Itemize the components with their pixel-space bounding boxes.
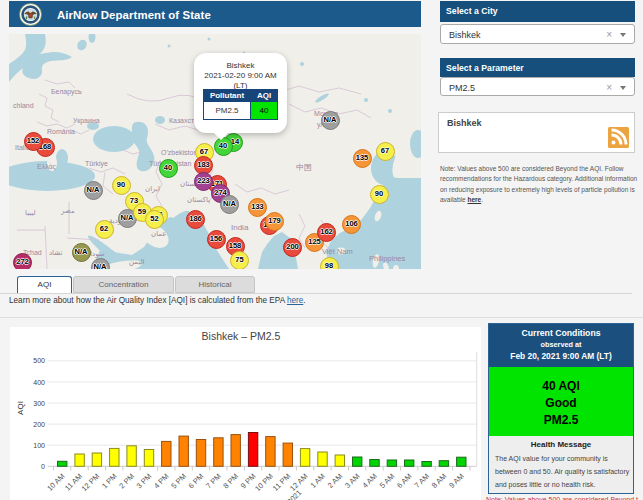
svg-text:Ελλάς: Ελλάς xyxy=(37,163,57,171)
svg-text:7 PM: 7 PM xyxy=(204,472,223,491)
svg-text:200: 200 xyxy=(33,421,45,428)
svg-text:AQI: AQI xyxy=(16,401,25,415)
svg-text:India: India xyxy=(231,223,249,232)
svg-text:1 AM: 1 AM xyxy=(308,472,326,490)
svg-text:400: 400 xyxy=(33,379,45,386)
svg-text:12 AM: 12 AM xyxy=(288,472,309,493)
svg-text:Philippines: Philippines xyxy=(369,254,406,263)
svg-text:عمان: عمان xyxy=(151,230,167,237)
svg-text:3 PM: 3 PM xyxy=(135,472,154,491)
svg-text:10 AM: 10 AM xyxy=(45,472,66,493)
svg-text:chland: chland xyxy=(13,102,34,109)
svg-text:Türkiye: Türkiye xyxy=(85,160,108,168)
svg-text:اليمن: اليمن xyxy=(129,258,145,266)
svg-text:Việt Nam: Việt Nam xyxy=(322,247,353,256)
svg-text:300: 300 xyxy=(33,400,45,407)
svg-text:6 PM: 6 PM xyxy=(187,472,206,491)
svg-text:3 AM: 3 AM xyxy=(343,472,361,490)
svg-text:پاکستان: پاکستان xyxy=(187,196,210,204)
svg-text:500: 500 xyxy=(33,357,45,364)
svg-text:5 PM: 5 PM xyxy=(169,472,188,491)
svg-text:6 AM: 6 AM xyxy=(395,472,413,490)
svg-text:تشاد: تشاد xyxy=(49,249,62,256)
svg-text:4 PM: 4 PM xyxy=(152,472,171,491)
svg-text:9 AM: 9 AM xyxy=(447,472,465,490)
svg-text:10 PM: 10 PM xyxy=(253,472,275,494)
svg-text:2 AM: 2 AM xyxy=(326,472,344,490)
svg-text:4 AM: 4 AM xyxy=(360,472,378,490)
svg-text:ایران: ایران xyxy=(145,185,160,193)
svg-text:11 PM: 11 PM xyxy=(271,472,292,493)
svg-text:Украина: Украина xyxy=(73,117,100,125)
svg-text:中国: 中国 xyxy=(296,163,312,172)
svg-text:România: România xyxy=(47,128,75,135)
svg-text:5 AM: 5 AM xyxy=(378,472,396,490)
svg-text:0: 0 xyxy=(41,463,45,470)
svg-text:8 AM: 8 AM xyxy=(430,472,448,490)
svg-text:1 PM: 1 PM xyxy=(100,472,119,491)
svg-text:100: 100 xyxy=(33,442,45,449)
svg-text:7 AM: 7 AM xyxy=(413,472,431,490)
svg-text:8 PM: 8 PM xyxy=(221,472,240,491)
svg-text:Беларусь: Беларусь xyxy=(51,88,82,96)
svg-text:مصر: مصر xyxy=(60,207,75,215)
svg-text:ليبيا: ليبيا xyxy=(25,209,36,216)
svg-text:12 PM: 12 PM xyxy=(80,472,102,494)
svg-text:2 PM: 2 PM xyxy=(117,472,136,491)
svg-text:O'zbekiston: O'zbekiston xyxy=(161,149,197,156)
